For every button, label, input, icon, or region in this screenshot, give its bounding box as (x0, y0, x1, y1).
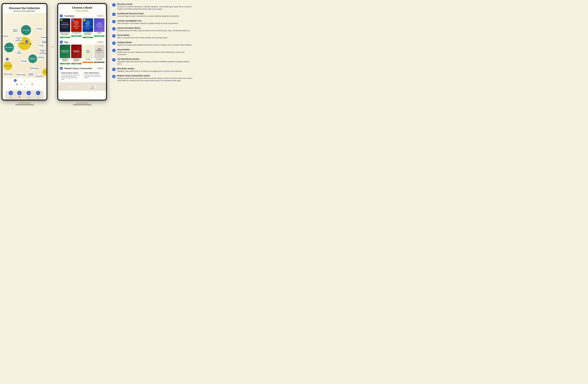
nav-controls: ↑ ← → ↓ (21, 80, 28, 89)
feature-item-10: 10Related Library Communities SectionDis… (112, 75, 192, 81)
discover-title: Discover the Collection (4, 7, 45, 10)
bubble-label: Cell Biology (16, 50, 22, 54)
bubble-label: Surgery (43, 71, 46, 73)
bubble-label: Biochemistry (22, 29, 30, 31)
feature-item-5: 5Events ButtonOffers a comprehensive vie… (112, 34, 192, 39)
book-cover-overkill: Overkillwhen modern medicine goes too fa… (94, 18, 105, 32)
bubble-microbiology[interactable]: Microbiology (4, 43, 14, 52)
stars-our-health: ★★★★★ (94, 60, 105, 61)
up-arrow[interactable]: ↑ (24, 80, 25, 82)
info-button[interactable]: 4 ℹ Info (9, 91, 13, 100)
feature-item-7: 7Search ButtonEnables users to search ca… (112, 49, 192, 56)
new-books-header-row: 9 New (60, 40, 68, 44)
events-button[interactable]: 5 📅 Events (17, 91, 21, 100)
book-title-covid: What You Need to Know About... (60, 32, 70, 35)
new-books-view-all[interactable]: View all › (96, 41, 105, 43)
search-button[interactable]: 7 🔍 Search (36, 91, 40, 100)
stars-sleepless: ★★★★★ (60, 61, 70, 63)
bubble-neuroscience[interactable]: Neuroscience (4, 62, 12, 70)
community-card-2[interactable]: Public Health Pioneers Collaborate to pi… (83, 71, 105, 81)
bubble-label: Virology (38, 44, 44, 47)
back-button[interactable]: ‹ (68, 85, 72, 88)
rank-1: 1 (60, 19, 63, 21)
feature-item-1: 1Discovery cloudsProvides an overview of… (112, 3, 192, 10)
communities-row: Health Guardians Alliance A community de… (60, 71, 105, 81)
stars-herd: ★★★★★ (83, 60, 93, 61)
book-card-covid[interactable]: 1 COVID-19CORONAVIRUSWhat You Need to Kn… (60, 18, 70, 38)
feature-title-7: Search Button (117, 49, 192, 51)
bubble-medical-history[interactable]: Medical History (12, 27, 19, 34)
feature-desc-1: Provides an overview of the library's co… (117, 5, 192, 10)
zoom-controls[interactable]: ⊕ ↑ ← → ↓ ⊖ (16, 80, 33, 89)
communities-title: Related Library Communities (64, 67, 92, 70)
bubble-environ.-science[interactable]: Environ. Science (42, 39, 46, 45)
bubble-label: Nutrition and Dietetics (28, 57, 37, 61)
bubble-genetics-and-genomics[interactable]: Genetics and Genomics (15, 36, 22, 43)
right-search-button[interactable]: 🔍 Search (88, 84, 96, 89)
bubble-nutrition-and-dietetics[interactable]: Nutrition and Dietetics (28, 54, 37, 63)
top-rated-header-row: 8 Top Rated (60, 14, 74, 18)
book-card-our-health[interactable]: OURHEALTHand transform Your Health Our H… (94, 44, 105, 64)
zoom-in-button[interactable]: ⊕ (16, 83, 18, 85)
new-books-badge: 9 (60, 40, 63, 44)
availability-overkill: Available (94, 36, 105, 37)
bubble-pharmacology[interactable]: Pharmacology (31, 65, 37, 71)
bubble-label: Obstetrics and Gynecology (39, 49, 46, 54)
bubble-biochemistry[interactable]: Biochemistry (21, 25, 31, 35)
bubble-geriatrics[interactable]: Geriatrics (3, 34, 8, 39)
left-arrow[interactable]: ← (21, 83, 23, 86)
book-card-wont-hurt[interactable]: 3 THISWON'THURTHow Medicine Fails Women … (83, 18, 93, 38)
bubble-label: Cardiology (40, 36, 46, 39)
badge-2: 2 (6, 58, 9, 61)
communities-section: 10 Related Library Communities View all … (58, 65, 106, 82)
bubble-oncology[interactable]: Oncology (36, 26, 42, 32)
down-arrow[interactable]: ↓ (24, 86, 25, 89)
stars-epidemics: ★★★★★ (71, 61, 82, 63)
feature-item-2: 2Scrolling the Discovery CloudUsers can … (112, 13, 192, 17)
bubble-label: Neuroscience (3, 65, 12, 67)
book-card-health-gap[interactable]: 2 MICHAEL MARMOTTHEHEALTHGAP The Health … (71, 18, 82, 38)
bubble-cell-biology[interactable]: Cell Biology (16, 49, 22, 56)
bubble-pathology[interactable]: Pathology (21, 58, 27, 64)
zoom-out-button[interactable]: ⊖ (31, 83, 33, 85)
badge-6: 6 (26, 91, 31, 95)
feature-title-8: Top Rated Books Section (117, 58, 192, 60)
search-nav-icon: 🔍 (91, 84, 94, 87)
community-card-1[interactable]: Health Guardians Alliance A community de… (60, 71, 82, 81)
discover-subtitle: Browse our most trending topics (4, 10, 45, 12)
book-card-epidemics[interactable]: THE END OFEPIDEMICS The End of Epidemics… (71, 44, 82, 64)
feedback-button[interactable]: 6 💬 Feedback (26, 91, 32, 100)
communities-header-row: 10 Related Library Communities (60, 67, 92, 70)
communities-view-all[interactable]: View all › (96, 67, 105, 70)
feature-title-3: Controls and Magnifier Tool (117, 20, 192, 22)
cloud-area[interactable]: 1 2 Public HealthMicrobiologyBiochemistr… (2, 13, 46, 78)
stars-health-gap: ★★★★★ (71, 34, 82, 35)
bubble-biotechnology[interactable]: Biotechnology (5, 71, 11, 77)
bubble-obstetrics-and-gynecology[interactable]: Obstetrics and Gynecology (39, 48, 46, 55)
feature-content-10: Related Library Communities SectionDispl… (117, 75, 192, 81)
right-arrow[interactable]: → (26, 83, 28, 86)
feature-num-5: 5 (112, 34, 116, 38)
book-card-herd[interactable]: TheHerd The Herd ★★★★★ Only 1 left (83, 44, 93, 64)
top-rated-view-all[interactable]: View all › (96, 15, 105, 17)
feature-num-3: 3 (112, 20, 116, 23)
badge-3: 3 (14, 79, 17, 82)
bubble-biostatistics[interactable]: Biostatistics (36, 73, 42, 78)
right-kiosk-screen[interactable]: Choose a Book Public Health 8 Top Rated … (58, 4, 106, 100)
badge-1: 1 (25, 40, 28, 43)
availability-covid: Available (60, 37, 70, 38)
bubble-biotechnology[interactable]: Biotechnology (18, 72, 24, 78)
view-all-new-label: View all (98, 41, 103, 43)
category-label: Public Health (60, 10, 105, 12)
feature-num-7: 7 (112, 49, 116, 52)
feature-content-9: New Books SectionHighlights newly added … (117, 68, 192, 72)
bubble-surgery[interactable]: Surgery (42, 68, 46, 76)
feature-num-10: 10 (112, 75, 116, 78)
bubble-clinical-medicine[interactable]: Clinical Medicine (27, 71, 34, 78)
book-card-overkill[interactable]: Overkillwhen modern medicine goes too fa… (94, 18, 105, 38)
feature-title-5: Events Button (117, 34, 192, 36)
right-kiosk: Choose a Book Public Health 8 Top Rated … (57, 3, 107, 101)
book-card-sleepless[interactable]: GENERATIONSLEEPLESS Generation Sleepless… (60, 44, 70, 64)
left-kiosk-wrapper: Discover the Collection Browse our most … (1, 3, 47, 105)
book-title-overkill: Overkill (94, 32, 105, 34)
